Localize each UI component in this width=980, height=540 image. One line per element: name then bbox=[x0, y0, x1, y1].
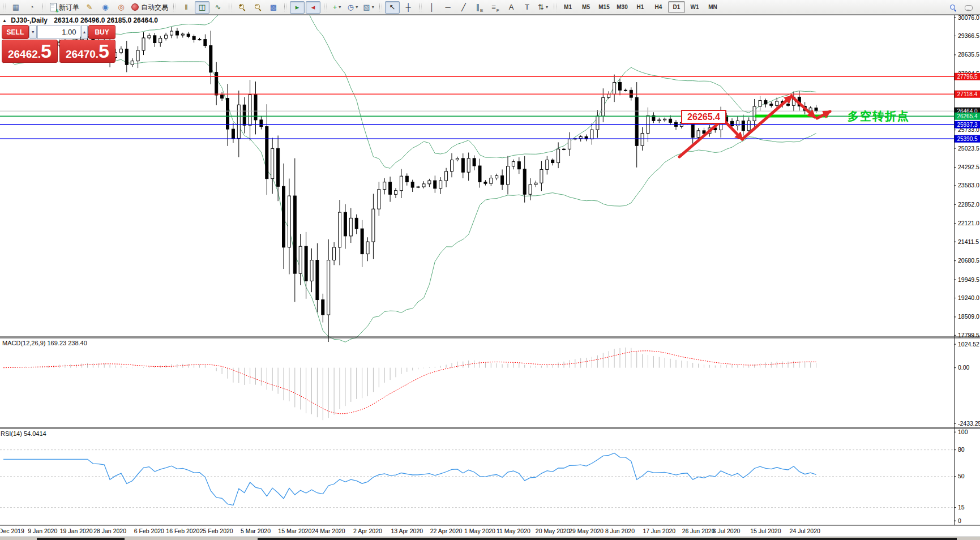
toolbar-fibonacci-button[interactable]: ≡F bbox=[488, 1, 503, 14]
toolbar-cursor-button[interactable]: ↖ bbox=[385, 1, 400, 14]
y-axis-label: 25023.5 bbox=[958, 145, 979, 152]
toolbar-text-button[interactable]: A bbox=[504, 1, 519, 14]
y-axis-label: 22852.0 bbox=[958, 201, 979, 208]
timeframe-w1-button[interactable]: W1 bbox=[686, 1, 703, 13]
date-axis-label: 15 Jul 2020 bbox=[750, 528, 781, 534]
y-axis-label: 22121.0 bbox=[958, 220, 979, 226]
toolbar-chart-window-button[interactable]: ▦ bbox=[8, 1, 23, 14]
date-axis-label: 28 Jan 2020 bbox=[93, 528, 126, 534]
bar-chart-icon: ‖ bbox=[185, 3, 187, 11]
toolbar-chat-button[interactable] bbox=[961, 1, 976, 14]
main-chart-svg[interactable]: 30076.029366.528635.527904.525733.025023… bbox=[0, 15, 980, 537]
chat-icon bbox=[965, 5, 973, 11]
fibonacci-icon: ≡ bbox=[491, 3, 496, 11]
timeframe-m5-button[interactable]: M5 bbox=[577, 1, 594, 13]
toolbar-signals-button[interactable]: ◎ bbox=[114, 1, 129, 14]
price-badge-label: 27118.4 bbox=[957, 91, 978, 97]
horizontal-line-icon: ─ bbox=[445, 3, 450, 11]
toolbar-grip bbox=[173, 3, 176, 11]
y-axis-label: 1024.52 bbox=[958, 341, 979, 348]
sell-price-int: 26462. bbox=[8, 43, 41, 65]
toolbar-grip bbox=[379, 3, 382, 11]
periods-dropdown-icon[interactable]: ▾ bbox=[356, 5, 358, 10]
sell-price[interactable]: 26462.5 bbox=[2, 40, 58, 63]
toolbar-zoom-out-button[interactable]: − bbox=[250, 1, 265, 14]
one-click-panel-toggle-icon[interactable]: ▲ bbox=[2, 18, 7, 23]
toolbar-auto-trading-button[interactable]: 自动交易 bbox=[130, 1, 170, 14]
toolbar-text-label-button[interactable]: T bbox=[520, 1, 534, 14]
toolbar-grip bbox=[324, 3, 327, 11]
volume-up-button[interactable]: ▲ bbox=[81, 25, 88, 39]
toolbar-tick-chart-button[interactable]: ◔ bbox=[24, 1, 39, 14]
toolbar-equidistant-channel-button[interactable]: ∥E bbox=[472, 1, 487, 14]
y-axis-label: 29366.5 bbox=[958, 32, 979, 39]
price-callout-box[interactable]: 26265.4 bbox=[681, 110, 726, 124]
new-order-icon bbox=[50, 3, 57, 11]
zoom-in-icon: + bbox=[238, 3, 246, 11]
toolbar-template-button[interactable]: ▧▾ bbox=[361, 1, 376, 14]
volume-down-button[interactable]: ▼ bbox=[29, 25, 37, 39]
toolbar-tile-windows-button[interactable]: ▩ bbox=[266, 1, 281, 14]
y-axis-label: 0 bbox=[958, 517, 961, 524]
toolbar-horizontal-line-button[interactable]: ─ bbox=[440, 1, 455, 14]
toolbar-vertical-line-button[interactable]: │ bbox=[425, 1, 439, 14]
ohlc-values: 26314.0 26496.0 26185.0 26464.0 bbox=[54, 16, 158, 24]
arrows-dropdown-icon[interactable]: ▾ bbox=[546, 5, 548, 10]
date-axis-label: 13 Apr 2020 bbox=[391, 528, 423, 534]
bottom-tab-segment[interactable] bbox=[37, 538, 125, 540]
toolbar-trendline-button[interactable]: ╱ bbox=[456, 1, 471, 14]
date-axis-label: 1 Dec 2019 bbox=[0, 528, 24, 534]
date-axis-label: 29 May 2020 bbox=[569, 528, 604, 534]
add-indicator-dropdown-icon[interactable]: ▾ bbox=[339, 5, 341, 10]
y-axis-label: 17799.5 bbox=[958, 332, 979, 338]
toolbar-candlestick-chart-button[interactable]: ◫ bbox=[195, 1, 209, 14]
toolbar-add-indicator-button[interactable]: +▾ bbox=[329, 1, 344, 14]
date-axis-label: 20 May 2020 bbox=[536, 528, 570, 534]
toolbar-grip bbox=[554, 3, 557, 11]
date-axis-label: 6 Feb 2020 bbox=[134, 528, 164, 534]
bottom-tab-segment[interactable] bbox=[258, 538, 957, 540]
sell-button[interactable]: SELL bbox=[2, 25, 29, 39]
toolbar-new-order-button[interactable]: 新订单 bbox=[48, 1, 81, 14]
buy-button[interactable]: BUY bbox=[88, 25, 115, 39]
price-badge-label: 27796.5 bbox=[957, 74, 978, 80]
trading-terminal-window: ▦◔新订单✎◉◎自动交易‖◫∿+−▩▸◂+▾◷▾▧▾↖┼│─╱∥E≡FAT⇅▾M… bbox=[0, 0, 980, 540]
toolbar-zoom-in-button[interactable]: + bbox=[234, 1, 249, 14]
cursor-icon: ↖ bbox=[390, 3, 396, 11]
toolbar-chart-shift-button[interactable]: ◂ bbox=[306, 1, 320, 14]
toolbar-bar-chart-button[interactable]: ‖ bbox=[179, 1, 194, 14]
timeframe-h1-button[interactable]: H1 bbox=[632, 1, 649, 13]
price-badge-label: 25390.5 bbox=[957, 136, 978, 142]
vertical-line-icon: │ bbox=[430, 3, 434, 11]
y-axis-label: 80 bbox=[958, 446, 965, 453]
equidistant-channel-icon: ∥ bbox=[476, 3, 480, 11]
toolbar-periods-button[interactable]: ◷▾ bbox=[345, 1, 360, 14]
bottom-tab-strip[interactable] bbox=[0, 537, 980, 540]
timeframe-d1-button[interactable]: D1 bbox=[668, 1, 685, 13]
toolbar-crosshair-button[interactable]: ┼ bbox=[401, 1, 416, 14]
tile-windows-icon: ▩ bbox=[270, 3, 277, 11]
trendline-icon: ╱ bbox=[461, 3, 466, 11]
toolbar-search-button[interactable] bbox=[945, 1, 960, 14]
date-axis-label: 15 Mar 2020 bbox=[278, 528, 311, 534]
timeframe-m30-button[interactable]: M30 bbox=[614, 1, 631, 13]
timeframe-m1-button[interactable]: M1 bbox=[559, 1, 576, 13]
timeframe-m15-button[interactable]: M15 bbox=[596, 1, 613, 13]
template-dropdown-icon[interactable]: ▾ bbox=[372, 5, 374, 10]
y-axis-label: 30076.0 bbox=[958, 15, 979, 21]
date-axis-label: 17 Jun 2020 bbox=[643, 528, 675, 534]
volume-input[interactable] bbox=[37, 25, 80, 39]
turning-point-annotation: 多空转折点 bbox=[848, 109, 910, 124]
buy-price[interactable]: 26470.5 bbox=[59, 40, 115, 63]
buy-price-frac: 5 bbox=[99, 40, 109, 62]
timeframe-h4-button[interactable]: H4 bbox=[650, 1, 667, 13]
timeframe-mn-button[interactable]: MN bbox=[704, 1, 721, 13]
toolbar-community-button[interactable]: ◉ bbox=[98, 1, 113, 14]
toolbar-line-chart-button[interactable]: ∿ bbox=[211, 1, 225, 14]
zoom-in-sign: + bbox=[239, 3, 242, 8]
y-axis-label: 50 bbox=[958, 473, 965, 479]
candlestick-chart-icon: ◫ bbox=[199, 3, 206, 11]
toolbar-highlighter-button[interactable]: ✎ bbox=[82, 1, 97, 14]
toolbar-auto-scroll-button[interactable]: ▸ bbox=[290, 1, 305, 14]
toolbar-arrows-button[interactable]: ⇅▾ bbox=[536, 1, 550, 14]
